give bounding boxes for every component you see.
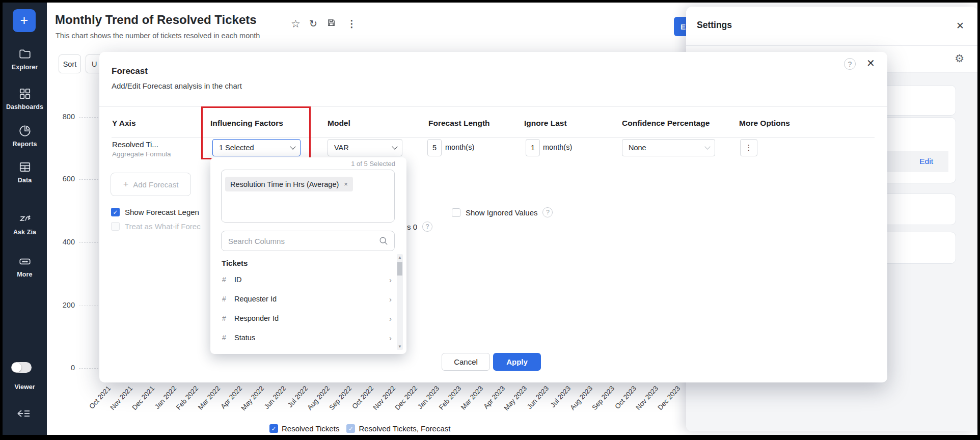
modal-close-icon[interactable]: ✕ <box>866 57 875 69</box>
scroll-down-icon[interactable]: ▼ <box>398 344 402 349</box>
sidebar-item-dashboards[interactable]: Dashboards <box>3 87 47 111</box>
yaxis-field-name: Resolved Ti... <box>112 140 158 149</box>
legend-checkbox[interactable]: ✓ <box>346 424 355 433</box>
forecast-length-input[interactable] <box>427 139 442 156</box>
sidebar-item-label: More <box>3 271 47 278</box>
chart-legend: ✓Resolved Tickets✓Resolved Tickets, Fore… <box>269 424 450 433</box>
viewer-toggle-knob <box>12 363 21 372</box>
influencing-factors-value: 1 Selected <box>219 144 254 152</box>
column-header-y-axis: Y Axis <box>112 119 136 128</box>
confidence-value: None <box>629 144 646 152</box>
settings-title: Settings <box>697 20 732 31</box>
viewer-toggle[interactable] <box>11 362 32 373</box>
column-name: Responder Id <box>232 314 389 322</box>
legend-checkbox[interactable]: ✓ <box>269 424 278 433</box>
sidebar: + ExplorerDashboardsReportsDataAsk ZiaMo… <box>3 3 47 435</box>
settings-header: Settings ✕ <box>686 7 977 46</box>
help-icon[interactable]: ? <box>542 207 553 217</box>
collapse-sidebar-icon[interactable] <box>16 407 33 421</box>
influencing-factors-select[interactable]: 1 Selected <box>212 139 301 156</box>
confidence-select[interactable]: None <box>622 139 715 156</box>
add-forecast-button[interactable]: + Add Forecast <box>111 173 191 196</box>
sidebar-item-data[interactable]: Data <box>3 160 47 184</box>
model-select[interactable]: VAR <box>328 139 402 156</box>
legend-label: Resolved Tickets <box>282 424 339 433</box>
y-axis-tick-label: 0 <box>52 364 75 372</box>
treat-what-if-label: Treat as What-if Forec <box>125 222 201 231</box>
chip-label: Resolution Time in Hrs (Average) <box>230 180 339 188</box>
viewer-toggle-label: Viewer <box>3 383 47 391</box>
ignore-last-input[interactable] <box>526 139 540 156</box>
sidebar-item-label: Ask Zia <box>3 229 47 236</box>
show-ignored-values-checkbox[interactable] <box>452 208 460 217</box>
refresh-icon[interactable]: ↻ <box>309 18 317 30</box>
search-input[interactable] <box>228 232 376 250</box>
favorite-star-icon[interactable]: ☆ <box>291 18 301 30</box>
grid-icon <box>18 87 32 100</box>
sidebar-item-reports[interactable]: Reports <box>3 124 47 148</box>
modal-divider <box>99 106 887 107</box>
scroll-up-icon[interactable]: ▲ <box>398 255 402 260</box>
scrollbar[interactable]: ▲ ▼ <box>397 254 403 350</box>
apply-button[interactable]: Apply <box>493 353 541 371</box>
create-new-button[interactable]: + <box>13 9 36 32</box>
search-box <box>221 231 395 251</box>
show-ignored-values-label: Show Ignored Values <box>466 208 537 217</box>
column-header-confidence-percentage: Confidence Percentage <box>622 119 710 128</box>
sidebar-item-label: Data <box>3 177 47 184</box>
chevron-down-icon <box>290 144 295 149</box>
influencing-factors-dropdown: 1 of 5 Selected Resolution Time in Hrs (… <box>210 157 406 354</box>
y-axis-tick-label: 600 <box>52 175 75 183</box>
column-name: Status <box>232 334 389 342</box>
column-list-item[interactable]: #Status› <box>216 328 394 347</box>
missing-values-fragment: s 0 <box>407 223 417 231</box>
y-axis-tick-label: 800 <box>52 113 75 121</box>
more-options-kebab-icon[interactable]: ⋮ <box>740 139 757 156</box>
sidebar-item-more[interactable]: More <box>3 255 47 278</box>
chevron-right-icon: › <box>389 334 394 342</box>
chevron-right-icon: › <box>389 314 394 323</box>
show-forecast-legend-checkbox[interactable]: ✓ <box>111 208 120 216</box>
yaxis-aggregate-label: Aggregate Formula <box>112 150 171 158</box>
page-subtitle: This chart shows the number of tickets r… <box>56 32 260 40</box>
column-header-influencing-factors: Influencing Factors <box>210 119 283 128</box>
sidebar-item-explorer[interactable]: Explorer <box>3 47 47 71</box>
folder-icon <box>18 47 32 61</box>
pie-chart-icon <box>18 124 32 138</box>
chevron-right-icon: › <box>389 295 394 304</box>
chevron-down-icon <box>704 144 710 149</box>
hash-icon: # <box>216 314 232 322</box>
settings-edit-link[interactable]: Edit <box>919 157 933 166</box>
cancel-button[interactable]: Cancel <box>442 353 490 371</box>
kebab-menu-icon[interactable]: ⋮ <box>347 18 357 30</box>
chip-remove-icon[interactable]: × <box>344 180 348 188</box>
sidebar-item-ask-zia[interactable]: Ask Zia <box>3 212 47 236</box>
help-icon[interactable]: ? <box>422 222 432 232</box>
treat-what-if-checkbox[interactable] <box>111 222 120 231</box>
search-icon <box>379 236 388 245</box>
column-header-more-options: More Options <box>739 119 790 128</box>
column-list-item[interactable]: #Responder Id› <box>216 309 394 327</box>
selected-chip: Resolution Time in Hrs (Average) × <box>225 177 353 191</box>
hash-icon: # <box>216 334 232 342</box>
scrollbar-thumb[interactable] <box>397 262 402 276</box>
sort-button[interactable]: Sort <box>59 54 81 73</box>
add-forecast-label: Add Forecast <box>133 180 178 189</box>
column-list-item[interactable]: #ID› <box>216 270 394 289</box>
column-name: Requester Id <box>232 295 389 303</box>
settings-close-icon[interactable]: ✕ <box>956 20 964 32</box>
legend-item: ✓Resolved Tickets <box>269 424 339 433</box>
table-icon <box>18 160 32 174</box>
hash-icon: # <box>216 295 232 303</box>
gear-icon[interactable]: ⚙ <box>955 52 964 65</box>
column-list-item[interactable]: #Requester Id› <box>216 290 394 308</box>
sidebar-item-label: Explorer <box>3 64 47 71</box>
selected-chips-box: Resolution Time in Hrs (Average) × <box>221 170 395 223</box>
zia-icon <box>18 212 32 226</box>
save-icon[interactable] <box>327 18 336 27</box>
column-header-forecast-length: Forecast Length <box>428 119 490 128</box>
ignore-last-unit: month(s) <box>543 143 572 151</box>
sidebar-item-label: Dashboards <box>3 103 47 111</box>
chevron-down-icon <box>392 144 397 149</box>
help-icon[interactable]: ? <box>844 58 856 70</box>
